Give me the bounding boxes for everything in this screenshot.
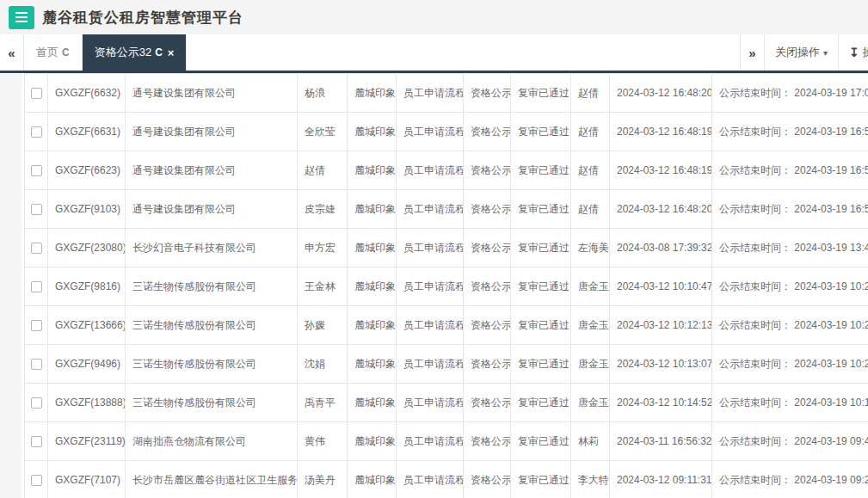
cell-id: GXGZF(9816) bbox=[48, 267, 126, 306]
cell-end-time: 公示结束时间： 2024-03-19 13:40:21 bbox=[712, 229, 868, 267]
row-checkbox[interactable] bbox=[31, 243, 42, 254]
operations-button[interactable]: ↧ 操作 bbox=[838, 34, 868, 71]
row-checkbox[interactable] bbox=[31, 359, 42, 370]
row-checkbox[interactable] bbox=[31, 320, 42, 331]
cell-status: 资格公示 bbox=[464, 113, 511, 151]
cell-applicant: 赵倩 bbox=[298, 151, 348, 190]
table-row: GXGZF(9816)三诺生物传感股份有限公司王金林麓城印象员工申请流程资格公示… bbox=[25, 267, 868, 306]
content-area: GXGZF(6632)通号建设集团有限公司杨浪麓城印象员工申请流程资格公示复审已… bbox=[0, 73, 868, 498]
cell-review: 复审已通过 bbox=[511, 190, 571, 229]
cell-checkbox bbox=[25, 113, 48, 151]
cell-reviewer: 李大特 bbox=[571, 461, 610, 498]
cell-reviewer: 赵倩 bbox=[571, 74, 610, 113]
table-row: GXGZF(6623)通号建设集团有限公司赵倩麓城印象员工申请流程资格公示复审已… bbox=[25, 151, 868, 190]
cell-id: GXGZF(13666) bbox=[48, 306, 126, 345]
table-row: GXGZF(9103)通号建设集团有限公司皮宗婕麓城印象员工申请流程资格公示复审… bbox=[25, 190, 868, 229]
row-checkbox[interactable] bbox=[31, 126, 42, 138]
cell-process: 员工申请流程 bbox=[397, 151, 464, 190]
cell-project: 麓城印象 bbox=[348, 384, 397, 422]
cell-project: 麓城印象 bbox=[348, 461, 397, 498]
row-checkbox[interactable] bbox=[31, 281, 42, 292]
cell-applicant: 申方宏 bbox=[298, 229, 348, 267]
close-tab-icon[interactable]: × bbox=[168, 47, 175, 58]
cell-status: 资格公示 bbox=[464, 422, 511, 461]
left-gutter bbox=[0, 73, 22, 498]
download-icon: ↧ bbox=[849, 46, 859, 59]
cell-status: 资格公示 bbox=[464, 461, 511, 498]
cell-process: 员工申请流程 bbox=[397, 422, 464, 461]
cell-project: 麓城印象 bbox=[348, 345, 397, 384]
cell-checkbox bbox=[25, 306, 48, 345]
cell-company: 三诺生物传感股份有限公司 bbox=[126, 306, 298, 345]
cell-reviewer: 唐金玉 bbox=[571, 306, 610, 345]
cell-applicant: 杨浪 bbox=[298, 74, 348, 113]
cell-id: GXGZF(23119) bbox=[48, 422, 126, 461]
scroll-tabs-left-button[interactable]: « bbox=[0, 34, 24, 71]
table-panel: GXGZF(6632)通号建设集团有限公司杨浪麓城印象员工申请流程资格公示复审已… bbox=[22, 73, 868, 498]
cell-end-time: 公示结束时间： 2024-03-19 16:57:47 bbox=[712, 151, 868, 190]
cell-end-time: 公示结束时间： 2024-03-19 16:56:54 bbox=[712, 190, 868, 229]
cell-applicant: 王金林 bbox=[298, 267, 348, 306]
cell-status: 资格公示 bbox=[464, 74, 511, 113]
cell-apply-time: 2024-03-12 10:10:47 bbox=[610, 267, 712, 306]
cell-apply-time: 2024-03-12 16:48:20 bbox=[610, 190, 712, 229]
cell-reviewer: 唐金玉 bbox=[571, 345, 610, 384]
cell-reviewer: 唐金玉 bbox=[571, 384, 610, 422]
cell-review: 复审已通过 bbox=[511, 74, 571, 113]
table-row: GXGZF(7107)长沙市岳麓区麓谷街道社区卫生服务中心汤美丹麓城印象员工申请… bbox=[25, 461, 868, 498]
cell-review: 复审已通过 bbox=[511, 461, 571, 498]
cell-process: 员工申请流程 bbox=[397, 384, 464, 422]
tab-bar: « 首页 C 资格公示32 C × » 关闭操作 ▾ ↧ 操作 bbox=[0, 34, 868, 73]
cell-review: 复审已通过 bbox=[511, 345, 571, 384]
cell-review: 复审已通过 bbox=[511, 267, 571, 306]
cell-process: 员工申请流程 bbox=[397, 74, 464, 113]
table-row: GXGZF(23080)长沙幻音电子科技有限公司申方宏麓城印象员工申请流程资格公… bbox=[25, 229, 868, 267]
refresh-icon[interactable]: C bbox=[62, 46, 70, 58]
cell-checkbox bbox=[25, 267, 48, 306]
cell-project: 麓城印象 bbox=[348, 74, 397, 113]
row-checkbox[interactable] bbox=[31, 436, 42, 447]
row-checkbox[interactable] bbox=[31, 397, 42, 409]
cell-apply-time: 2024-03-11 16:56:32 bbox=[610, 422, 712, 461]
cell-checkbox bbox=[25, 345, 48, 384]
tab-qualification-publicity[interactable]: 资格公示32 C × bbox=[83, 34, 188, 71]
refresh-icon[interactable]: C bbox=[155, 46, 163, 58]
cell-reviewer: 赵倩 bbox=[571, 113, 610, 151]
cell-company: 通号建设集团有限公司 bbox=[126, 190, 298, 229]
cell-id: GXGZF(6632) bbox=[48, 74, 126, 113]
menu-button[interactable] bbox=[9, 6, 34, 29]
tab-home[interactable]: 首页 C bbox=[24, 34, 83, 71]
row-checkbox[interactable] bbox=[31, 204, 42, 215]
tab-bar-controls: » 关闭操作 ▾ ↧ 操作 bbox=[740, 34, 868, 71]
cell-applicant: 全欣莹 bbox=[298, 113, 348, 151]
cell-process: 员工申请流程 bbox=[397, 306, 464, 345]
cell-apply-time: 2024-03-12 10:12:13 bbox=[610, 306, 712, 345]
cell-company: 湖南拙燕仓物流有限公司 bbox=[126, 422, 298, 461]
cell-apply-time: 2024-03-12 10:13:07 bbox=[610, 345, 712, 384]
records-table: GXGZF(6632)通号建设集团有限公司杨浪麓城印象员工申请流程资格公示复审已… bbox=[24, 73, 868, 498]
cell-company: 长沙幻音电子科技有限公司 bbox=[126, 229, 298, 267]
cell-status: 资格公示 bbox=[464, 384, 511, 422]
cell-company: 三诺生物传感股份有限公司 bbox=[126, 267, 298, 306]
cell-apply-time: 2024-03-12 16:48:19 bbox=[610, 151, 712, 190]
cell-project: 麓城印象 bbox=[348, 229, 397, 267]
cell-review: 复审已通过 bbox=[511, 113, 571, 151]
row-checkbox[interactable] bbox=[31, 165, 42, 176]
tab-label: 首页 bbox=[36, 45, 58, 60]
cell-process: 员工申请流程 bbox=[397, 345, 464, 384]
caret-down-icon: ▾ bbox=[823, 48, 828, 58]
scroll-tabs-right-button[interactable]: » bbox=[740, 34, 764, 71]
tab-label: 资格公示32 bbox=[95, 45, 151, 60]
cell-end-time: 公示结束时间： 2024-03-19 10:24:39 bbox=[712, 267, 868, 306]
cell-company: 通号建设集团有限公司 bbox=[126, 151, 298, 190]
row-checkbox[interactable] bbox=[31, 475, 42, 486]
cell-project: 麓城印象 bbox=[348, 306, 397, 345]
operations-label: 操作 bbox=[863, 45, 868, 60]
cell-company: 通号建设集团有限公司 bbox=[126, 74, 298, 113]
cell-project: 麓城印象 bbox=[348, 422, 397, 461]
cell-checkbox bbox=[25, 229, 48, 267]
cell-checkbox bbox=[25, 384, 48, 422]
cell-review: 复审已通过 bbox=[511, 306, 571, 345]
close-operations-dropdown[interactable]: 关闭操作 ▾ bbox=[764, 34, 838, 71]
row-checkbox[interactable] bbox=[31, 88, 42, 99]
